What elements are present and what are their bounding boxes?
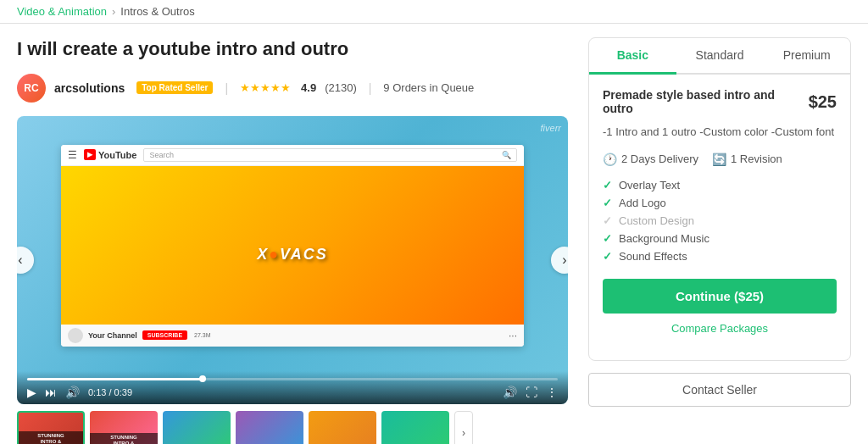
seller-divider: | — [225, 81, 228, 95]
tab-basic[interactable]: Basic — [589, 38, 676, 75]
yt-content: X●VACS — [61, 166, 524, 344]
package-description: -1 Intro and 1 outro -Custom color -Cust… — [603, 124, 837, 141]
check-logo-icon: ✓ — [603, 197, 612, 209]
thumb-6[interactable] — [381, 411, 449, 444]
thumb-label-2: STUNNINGINTRO &OUTRO — [90, 433, 158, 444]
yt-subscribe-btn[interactable]: SUBSCRIBE — [142, 330, 187, 340]
breadcrumb-bar: Video & Animation › Intros & Outros — [0, 0, 868, 24]
feature-design-label: Custom Design — [619, 214, 694, 227]
revisions-text: 1 Revision — [731, 153, 782, 165]
yt-header: ☰ ▶ YouTube Search 🔍 — [61, 145, 524, 166]
thumb-2[interactable]: STUNNINGINTRO &OUTRO — [90, 411, 158, 444]
feature-sound-label: Sound Effects — [619, 250, 687, 263]
time-display: 0:13 / 0:39 — [88, 387, 132, 397]
volume-icon[interactable]: 🔊 — [503, 386, 517, 399]
delivery-text: 2 Days Delivery — [621, 153, 698, 165]
pricing-tabs: Basic Standard Premium — [589, 38, 850, 75]
feature-overlay-label: Overlay Text — [619, 179, 680, 191]
feature-add-logo: ✓ Add Logo — [603, 194, 837, 212]
settings-button[interactable]: ⋮ — [546, 386, 558, 399]
yt-search-bar: Search 🔍 — [143, 148, 517, 162]
breadcrumb-current: Intros & Outros — [120, 5, 194, 18]
thumb-3[interactable]: SUBSCRIBE & FOLLOW — [163, 411, 231, 444]
feature-music-label: Background Music — [619, 232, 709, 245]
yt-search-icon: 🔍 — [502, 151, 511, 159]
star-rating: ★★★★★ — [240, 81, 291, 94]
continue-button[interactable]: Continue ($25) — [603, 279, 837, 314]
price-row: Premade style based intro and outro $25 — [603, 88, 837, 115]
package-price: $25 — [809, 92, 837, 112]
gig-title: I will create a youtube intro and outro — [17, 37, 568, 62]
clock-icon: 🕐 — [603, 153, 617, 166]
thumb-5[interactable] — [309, 411, 376, 444]
yt-play-icon: ▶ — [84, 149, 96, 160]
play-button[interactable]: ▶ — [27, 386, 36, 399]
feature-overlay-text: ✓ Overlay Text — [603, 176, 837, 194]
thumb-4[interactable] — [236, 411, 303, 444]
feature-logo-label: Add Logo — [619, 197, 666, 209]
check-sound-icon: ✓ — [603, 250, 612, 263]
hamburger-icon: ☰ — [68, 149, 77, 161]
rating-number: 4.9 — [301, 81, 316, 94]
feature-custom-design: ✓ Custom Design — [603, 212, 837, 230]
left-column: I will create a youtube intro and outro … — [17, 37, 568, 444]
yt-search-placeholder: Search — [149, 151, 174, 159]
controls-right: 🔊 ⛶ ⋮ — [503, 386, 558, 399]
package-title: Premade style based intro and outro — [603, 88, 809, 115]
delivery-days: 🕐 2 Days Delivery — [603, 153, 698, 166]
yt-channel-name: Your Channel — [88, 331, 137, 340]
yt-logo: ▶ YouTube — [84, 149, 136, 160]
revisions: 🔄 1 Revision — [712, 153, 782, 166]
contact-seller-button[interactable]: Contact Seller — [588, 373, 851, 407]
kovacs-branding: X●VACS — [257, 246, 328, 264]
fullscreen-button[interactable]: ⛶ — [526, 386, 537, 399]
feature-bg-music: ✓ Background Music — [603, 230, 837, 247]
progress-bar[interactable] — [27, 378, 558, 380]
tab-premium[interactable]: Premium — [763, 38, 850, 75]
check-music-icon: ✓ — [603, 232, 612, 245]
breadcrumb-parent[interactable]: Video & Animation — [17, 5, 107, 18]
thumbnails-row: STUNNINGINTRO &OUTRO STUNNINGINTRO &OUTR… — [17, 411, 568, 444]
yt-channel-bar: Your Channel SUBSCRIBE 27.3M ··· — [61, 325, 524, 347]
prev-arrow[interactable]: ‹ — [17, 247, 34, 274]
check-design-icon: ✓ — [603, 214, 612, 227]
thumb-1[interactable]: STUNNINGINTRO &OUTRO — [17, 411, 85, 444]
progress-dot — [199, 375, 206, 382]
check-overlay-icon: ✓ — [603, 179, 612, 191]
reviews-count: (2130) — [325, 81, 357, 94]
pricing-content: Premade style based intro and outro $25 … — [589, 75, 850, 360]
feature-sound-effects: ✓ Sound Effects — [603, 247, 837, 265]
seller-row: RC arcsolutions Top Rated Seller | ★★★★★… — [17, 74, 568, 103]
compare-packages-link[interactable]: Compare Packages — [603, 322, 837, 335]
revision-icon: 🔄 — [712, 153, 726, 166]
order-queue: 9 Orders in Queue — [383, 81, 474, 94]
yt-channel-avatar — [68, 328, 83, 343]
video-player[interactable]: fiverr ☰ ▶ YouTube Search 🔍 — [17, 116, 568, 404]
yt-channel-info: Your Channel SUBSCRIBE 27.3M — [68, 328, 211, 343]
skip-button[interactable]: ⏭ — [45, 386, 57, 399]
next-arrow[interactable]: › — [551, 247, 568, 274]
progress-fill — [27, 378, 203, 380]
yt-logo-text: YouTube — [98, 150, 136, 160]
video-controls: ▶ ⏭ 🔊 0:13 / 0:39 🔊 ⛶ ⋮ — [17, 371, 568, 404]
thumbnails-next[interactable]: › — [454, 411, 473, 444]
features-list: ✓ Overlay Text ✓ Add Logo ✓ Custom Desig… — [603, 176, 837, 265]
thumb-label-1: STUNNINGINTRO &OUTRO — [19, 431, 83, 444]
breadcrumb: Video & Animation › Intros & Outros — [17, 5, 195, 18]
tab-standard[interactable]: Standard — [676, 38, 764, 75]
volume-button[interactable]: 🔊 — [65, 386, 80, 399]
fiverr-watermark: fiverr — [541, 123, 561, 133]
video-wrapper: fiverr ☰ ▶ YouTube Search 🔍 — [17, 116, 568, 444]
seller-name[interactable]: arcsolutions — [54, 81, 125, 95]
controls-left: ▶ ⏭ 🔊 0:13 / 0:39 — [27, 386, 132, 399]
controls-row: ▶ ⏭ 🔊 0:13 / 0:39 🔊 ⛶ ⋮ — [27, 386, 558, 399]
breadcrumb-separator: › — [112, 5, 115, 18]
pricing-card: Basic Standard Premium Premade style bas… — [588, 37, 851, 361]
right-column: Basic Standard Premium Premade style bas… — [588, 37, 851, 444]
yt-sub-count: 27.3M — [194, 332, 210, 338]
avatar: RC — [17, 74, 46, 103]
delivery-row: 🕐 2 Days Delivery 🔄 1 Revision — [603, 153, 837, 166]
top-rated-badge: Top Rated Seller — [136, 81, 213, 94]
yt-more-icon: ··· — [509, 330, 517, 341]
youtube-mockup: ☰ ▶ YouTube Search 🔍 X●VACS — [61, 145, 524, 347]
